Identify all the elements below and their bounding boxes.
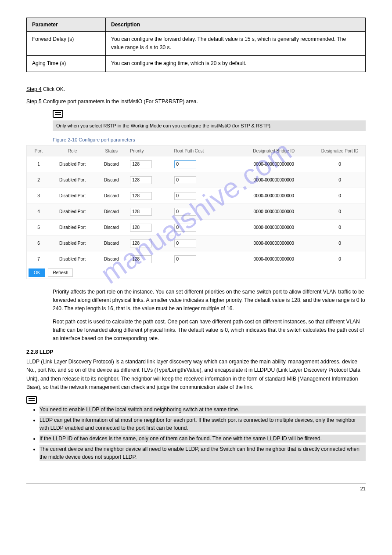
root-path-cost-input[interactable]	[174, 192, 196, 200]
root-path-cost-input[interactable]	[174, 176, 196, 184]
cell-bridge-id: 0000-000000000000	[233, 193, 314, 198]
cell-role: Disabled Port	[50, 162, 94, 167]
cell-role: Disabled Port	[50, 241, 94, 246]
param-desc: You can configure the aging time, which …	[106, 56, 366, 72]
cell-status: Discard	[94, 209, 128, 214]
cell-status: Discard	[94, 178, 128, 182]
cell-dport: 0	[314, 193, 365, 198]
cell-role: Disabled Port	[50, 178, 94, 182]
section-title: 2.2.8 LLDP	[26, 349, 366, 355]
list-item: If the LLDP ID of two devices is the sam…	[40, 435, 366, 443]
root-path-cost-input[interactable]	[174, 160, 196, 168]
cell-port: 7	[27, 257, 50, 261]
param-desc: You can configure the forward delay. The…	[106, 32, 366, 56]
param-name: Aging Time (s)	[27, 56, 106, 72]
table-row: Forward Delay (s) You can configure the …	[27, 32, 366, 56]
cell-port: 3	[27, 193, 50, 198]
cell-dport: 0	[314, 209, 365, 214]
step-number: Step 4	[26, 86, 42, 92]
col-priority: Priority	[128, 149, 172, 153]
step-text: Configure port parameters in the instMst…	[43, 98, 198, 105]
cell-dport: 0	[314, 257, 365, 261]
cell-status: Discard	[94, 241, 128, 246]
root-path-cost-input[interactable]	[174, 239, 196, 247]
root-path-cost-input[interactable]	[174, 224, 196, 232]
cell-status: Discard	[94, 225, 128, 230]
lldp-intro: LLDP (Link Layer Discovery Protocol) is …	[26, 358, 366, 392]
cell-port: 1	[27, 162, 50, 167]
col-status: Status	[94, 149, 128, 153]
cell-port: 4	[27, 209, 50, 214]
priority-input[interactable]	[130, 208, 152, 216]
root-path-cost-input[interactable]	[174, 208, 196, 216]
step-number: Step 5	[26, 98, 42, 105]
cell-status: Discard	[94, 162, 128, 167]
table-row: 6Disabled PortDiscard0000-0000000000000	[27, 235, 365, 251]
note-text: Only when you select RSTP in the Working…	[53, 120, 366, 131]
list-item: You need to enable LLDP of the local swi…	[40, 406, 366, 414]
priority-desc: Priority affects the port role on the in…	[53, 288, 366, 313]
col-role: Role	[50, 149, 94, 153]
table-row: 7Disabled PortDiscard0000-0000000000000	[27, 251, 365, 267]
cell-status: Discard	[94, 193, 128, 198]
priority-input[interactable]	[130, 192, 152, 200]
cell-status: Discard	[94, 257, 128, 261]
table-row: 3Disabled PortDiscard0000-0000000000000	[27, 188, 365, 203]
col-header-description: Description	[106, 18, 366, 32]
parameter-table: Parameter Description Forward Delay (s) …	[26, 18, 366, 72]
priority-input[interactable]	[130, 239, 152, 247]
cell-dport: 0	[314, 241, 365, 246]
cell-port: 2	[27, 178, 50, 182]
ok-button[interactable]: OK	[29, 268, 45, 277]
cell-dport: 0	[314, 162, 365, 167]
cell-bridge-id: 0000-000000000000	[233, 225, 314, 230]
cell-bridge-id: 0000-000000000000	[233, 178, 314, 182]
cell-port: 5	[27, 225, 50, 230]
priority-input[interactable]	[130, 176, 152, 184]
refresh-button[interactable]: Refresh	[48, 268, 73, 277]
col-bridge-id: Designated Bridge ID	[233, 149, 314, 153]
table-row: 2Disabled PortDiscard0000-0000000000000	[27, 172, 365, 188]
priority-input[interactable]	[130, 255, 152, 263]
root-path-cost-input[interactable]	[174, 255, 196, 263]
cell-bridge-id: 0000-000000000000	[233, 209, 314, 214]
port-params-table: Port Role Status Priority Root Path Cost…	[26, 145, 366, 279]
note-icon	[26, 396, 37, 404]
step-list: Step 4 Click OK. Step 5 Configure port p…	[26, 85, 366, 105]
figure-caption: Figure 2-10 Configure port parameters	[53, 137, 366, 142]
table-row: 1Disabled PortDiscard0000-0000000000000	[27, 156, 365, 172]
cell-bridge-id: 0000-000000000000	[233, 257, 314, 261]
param-name: Forward Delay (s)	[27, 32, 106, 56]
note-icon	[53, 110, 63, 118]
cell-dport: 0	[314, 225, 365, 230]
col-root-path-cost: Root Path Cost	[173, 149, 234, 153]
cell-role: Disabled Port	[50, 225, 94, 230]
col-port: Port	[27, 149, 50, 153]
root-path-cost-desc: Root path cost is used to calculate the …	[53, 318, 366, 343]
lldp-notes-list: You need to enable LLDP of the local swi…	[40, 406, 366, 461]
list-item: LLDP can get the information of at most …	[40, 416, 366, 432]
col-designated-port: Designated Port ID	[314, 149, 365, 153]
priority-input[interactable]	[130, 160, 152, 168]
table-row: 5Disabled PortDiscard0000-0000000000000	[27, 219, 365, 235]
step-text: Click OK.	[43, 86, 65, 92]
page-number: 21	[26, 483, 366, 491]
cell-bridge-id: 0000-000000000000	[233, 241, 314, 246]
cell-role: Disabled Port	[50, 257, 94, 261]
cell-bridge-id: 0000-000000000000	[233, 162, 314, 167]
table-row: 4Disabled PortDiscard0000-0000000000000	[27, 203, 365, 219]
cell-role: Disabled Port	[50, 193, 94, 198]
table-row: Aging Time (s) You can configure the agi…	[27, 56, 366, 72]
col-header-parameter: Parameter	[27, 18, 106, 32]
cell-port: 6	[27, 241, 50, 246]
cell-dport: 0	[314, 178, 365, 182]
list-item: The current device and the neighbor devi…	[40, 445, 366, 461]
cell-role: Disabled Port	[50, 209, 94, 214]
priority-input[interactable]	[130, 224, 152, 232]
